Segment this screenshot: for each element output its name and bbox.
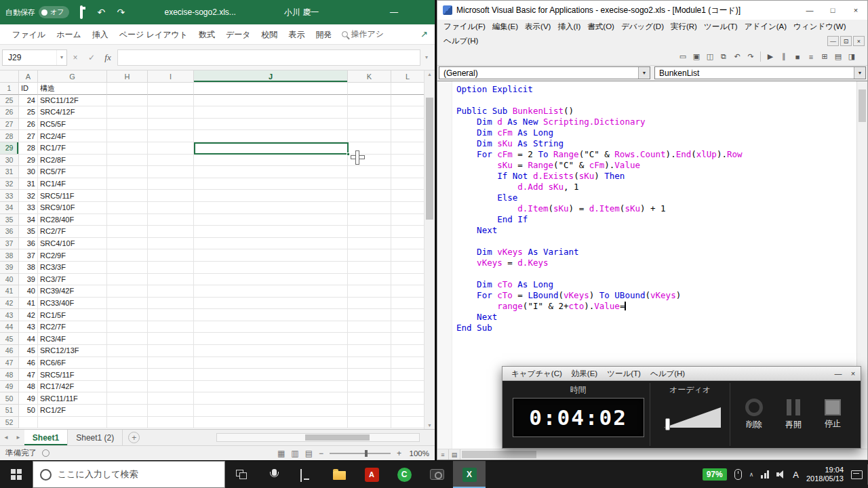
excel-taskbar-button[interactable]: X	[453, 461, 486, 488]
grid-cell[interactable]	[348, 178, 391, 190]
grid-cell[interactable]	[348, 214, 391, 226]
stop-recording-button[interactable]: 停止	[814, 399, 852, 430]
grid-cell[interactable]: SRC11/12F	[38, 95, 107, 107]
menu-item[interactable]: 挿入(I)	[554, 22, 584, 32]
ribbon-tab[interactable]: 数式	[193, 24, 220, 45]
grid-cell[interactable]: SRC4/10F	[38, 238, 107, 250]
grid-cell[interactable]	[194, 333, 348, 345]
grid-cell[interactable]	[348, 83, 391, 95]
row-header[interactable]: 31	[0, 166, 19, 178]
grid-cell[interactable]: RC33/40F	[38, 298, 107, 310]
grid-cell[interactable]: SRC5/11F	[38, 369, 107, 381]
grid-cell[interactable]	[194, 298, 348, 310]
column-header[interactable]: G	[38, 70, 107, 83]
grid-cell[interactable]	[148, 130, 194, 142]
grid-cell[interactable]	[107, 226, 148, 238]
toolbar-icon[interactable]: ▤	[832, 51, 844, 63]
grid-cell[interactable]	[107, 392, 148, 405]
row-header[interactable]: 32	[0, 178, 19, 190]
menu-item[interactable]: ヘルプ(H)	[440, 36, 481, 46]
page-layout-view-icon[interactable]: ▥	[291, 449, 298, 458]
grid-cell[interactable]	[107, 83, 148, 95]
row-header[interactable]: 44	[0, 321, 19, 333]
row-header[interactable]: 34	[0, 202, 19, 214]
row-header[interactable]: 33	[0, 190, 19, 202]
grid-cell[interactable]	[148, 166, 194, 178]
grid-cell[interactable]	[107, 298, 148, 310]
row-header[interactable]: 52	[0, 417, 19, 429]
row-header[interactable]: 29	[0, 142, 19, 155]
row-header[interactable]: 42	[0, 298, 19, 310]
menu-item[interactable]: ヘルプ(H)	[646, 369, 690, 379]
procedure-dropdown[interactable]: BunkenList ▼	[654, 66, 866, 79]
procedure-view-button[interactable]: ≡	[437, 449, 449, 460]
vertical-scrollbar[interactable]: ▲ ▼	[424, 70, 435, 429]
grid-cell[interactable]: 49	[19, 392, 38, 405]
grid-cell[interactable]: 47	[19, 369, 38, 381]
grid-cell[interactable]: RC5/7F	[38, 166, 107, 178]
pinned-app-monitor[interactable]	[290, 461, 323, 488]
toolbar-icon[interactable]: ↷	[745, 51, 757, 63]
undo-button[interactable]: ↶	[94, 7, 108, 18]
zoom-slider[interactable]	[330, 453, 391, 454]
grid-cell[interactable]	[391, 262, 425, 274]
grid-cell[interactable]	[391, 405, 425, 417]
grid-cell[interactable]	[107, 119, 148, 131]
ribbon-tab[interactable]: 校閲	[256, 24, 283, 45]
grid-cell[interactable]	[194, 285, 348, 298]
grid-cell[interactable]	[391, 298, 425, 310]
grid-cell[interactable]	[148, 249, 194, 262]
grid-cell[interactable]	[194, 417, 348, 429]
row-header[interactable]: 25	[0, 95, 19, 107]
grid-cell[interactable]	[148, 321, 194, 333]
grid-cell[interactable]	[391, 106, 425, 119]
grid-cell[interactable]	[194, 392, 348, 405]
camtasia-button[interactable]: C	[388, 461, 420, 488]
grid-cell[interactable]	[391, 392, 425, 405]
grid-cell[interactable]: RC3/7F	[38, 274, 107, 286]
grid-cell[interactable]	[148, 392, 194, 405]
grid-cell[interactable]	[348, 202, 391, 214]
grid-cell[interactable]	[194, 106, 348, 119]
grid-cell[interactable]: 35	[19, 226, 38, 238]
menu-item[interactable]: 書式(O)	[584, 22, 618, 32]
action-center-icon[interactable]	[851, 470, 863, 479]
grid-cell[interactable]: RC2/4F	[38, 130, 107, 142]
zoom-level[interactable]: 100%	[408, 449, 429, 458]
grid-cell[interactable]	[107, 333, 148, 345]
ribbon-tab[interactable]: 表示	[283, 24, 311, 45]
grid-cell[interactable]	[391, 155, 425, 167]
grid-cell[interactable]: 46	[19, 357, 38, 369]
grid-cell[interactable]	[38, 417, 107, 429]
grid-cell[interactable]	[148, 309, 194, 321]
column-header[interactable]: I	[148, 70, 194, 83]
row-header[interactable]: 36	[0, 226, 19, 238]
mouse-tray-icon[interactable]	[734, 469, 742, 480]
horizontal-scrollbar[interactable]	[216, 433, 420, 442]
menu-item[interactable]: キャプチャ(C)	[507, 369, 567, 379]
maximize-button[interactable]: □	[821, 1, 844, 20]
object-dropdown[interactable]: (General) ▼	[439, 66, 650, 79]
tell-me-box[interactable]: 操作アシ	[342, 28, 384, 40]
speaker-icon[interactable]	[776, 470, 785, 479]
ribbon-tab[interactable]: データ	[220, 24, 256, 45]
grid-cell[interactable]	[107, 321, 148, 333]
grid-cell[interactable]	[107, 381, 148, 393]
grid-cell[interactable]: RC5/5F	[38, 119, 107, 131]
grid-cell[interactable]	[391, 142, 425, 155]
grid-cell[interactable]	[107, 369, 148, 381]
grid-cell[interactable]	[148, 285, 194, 298]
column-header[interactable]: K	[348, 70, 391, 83]
row-header[interactable]: 46	[0, 345, 19, 357]
grid-cell[interactable]	[348, 190, 391, 202]
row-header[interactable]: 39	[0, 262, 19, 274]
camera-app-button[interactable]	[420, 461, 453, 488]
insert-function-button[interactable]: fx	[100, 52, 116, 63]
grid-cell[interactable]: SRC9/10F	[38, 202, 107, 214]
grid-cell[interactable]	[391, 417, 425, 429]
redo-button[interactable]: ↷	[113, 7, 128, 18]
sheet-nav-left-icon[interactable]: ◄	[0, 434, 12, 441]
ribbon-tab[interactable]: 挿入	[87, 24, 114, 45]
pdf-app-button[interactable]: A	[355, 461, 388, 488]
ribbon-tab[interactable]: ページ レイアウト	[114, 24, 193, 45]
